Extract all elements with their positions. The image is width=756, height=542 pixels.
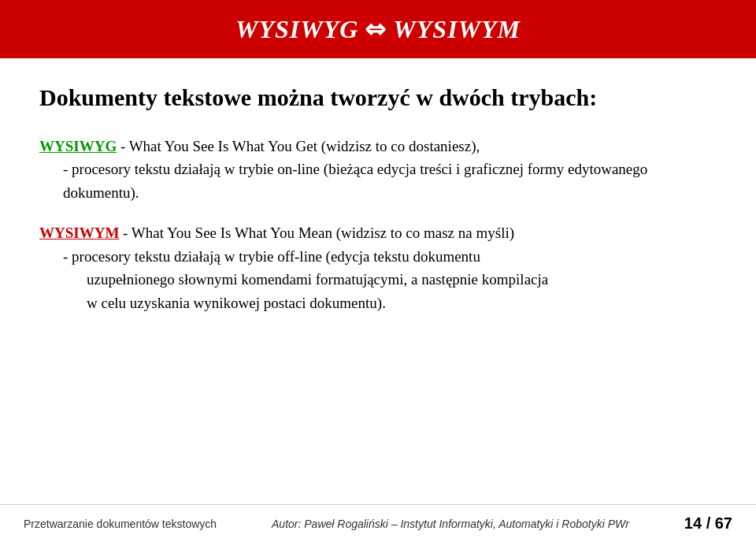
- wysiwym-section: WYSIWYM - What You See Is What You Mean …: [39, 221, 717, 314]
- footer-center-text: Autor: Paweł Rogaliński – Instytut Infor…: [217, 518, 684, 530]
- footer: Przetwarzanie dokumentów tekstowych Auto…: [0, 504, 756, 542]
- arrow-icon: ⇔: [365, 15, 387, 43]
- wysiwym-definition: - What You See Is What You Mean (widzisz…: [119, 225, 514, 241]
- wysiwyg-term: WYSIWYG: [39, 138, 117, 154]
- slide-title: Dokumenty tekstowe można tworzyć w dwóch…: [39, 82, 717, 113]
- wysiwym-sub-bullet-1: - procesory tekstu działają w trybie off…: [39, 245, 717, 314]
- footer-page-number: 14 / 67: [684, 514, 732, 533]
- wysiwyg-sub-bullet: - procesory tekstu działają w trybie on-…: [39, 158, 717, 204]
- main-content: Dokumenty tekstowe można tworzyć w dwóch…: [0, 58, 756, 504]
- wysiwym-term: WYSIWYM: [39, 225, 119, 241]
- footer-page-current: 14: [684, 514, 702, 532]
- footer-page-total: 67: [715, 514, 732, 532]
- wysiwyg-text: WYSIWYG - What You See Is What You Get (…: [39, 138, 717, 204]
- slide-header-title: WYSIWYG⇔WYSIWYM: [32, 14, 724, 44]
- footer-page-separator: /: [706, 514, 715, 532]
- footer-left-text: Przetwarzanie dokumentów tekstowych: [24, 518, 217, 530]
- wysiwym-text: WYSIWYM - What You See Is What You Mean …: [39, 225, 717, 314]
- wysiwyg-definition: - What You See Is What You Get (widzisz …: [117, 138, 480, 154]
- wysiwyg-section: WYSIWYG - What You See Is What You Get (…: [39, 135, 717, 204]
- header-bar: WYSIWYG⇔WYSIWYM: [0, 0, 756, 58]
- wysiwyg-label: WYSIWYG: [235, 15, 358, 43]
- wysiwym-label: WYSIWYM: [393, 15, 521, 43]
